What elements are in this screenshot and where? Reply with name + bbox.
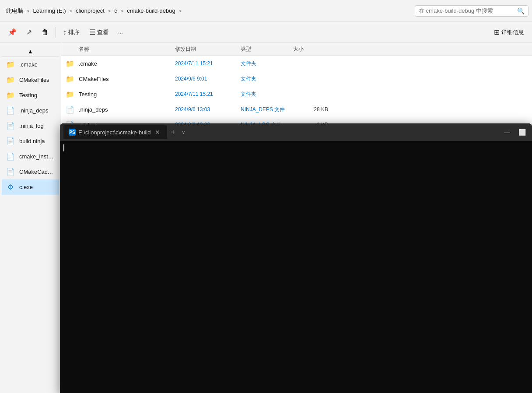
list-item[interactable]: ⚙ c.exe bbox=[2, 179, 59, 195]
sort-icon: ↕ bbox=[63, 28, 66, 36]
file-icon: 📄 bbox=[5, 120, 16, 131]
file-name: .ninja_deps bbox=[19, 107, 56, 114]
terminal-tab-icon: PS bbox=[69, 129, 76, 136]
file-type: 文件夹 bbox=[241, 60, 293, 67]
exe-icon: ⚙ bbox=[5, 182, 16, 192]
arrow-3: > bbox=[108, 8, 111, 14]
terminal-dropdown-button[interactable]: ∨ bbox=[179, 128, 188, 136]
terminal-restore-button[interactable]: ⬜ bbox=[515, 127, 528, 137]
terminal-window: PS E:\clionproject\c\cmake-build ✕ + ∨ —… bbox=[60, 123, 532, 393]
share-icon: ↗ bbox=[26, 28, 32, 36]
table-row[interactable]: 📁 Testing 2024/7/11 15:21 文件夹 bbox=[61, 87, 532, 102]
search-input[interactable] bbox=[419, 7, 514, 14]
file-size: 28 KB bbox=[293, 106, 328, 112]
column-headers: 名称 修改日期 类型 大小 bbox=[61, 43, 532, 56]
view-icon: ☰ bbox=[89, 28, 95, 36]
file-name: CMakeFiles bbox=[79, 76, 175, 82]
sort-button[interactable]: ↕ 排序 bbox=[59, 26, 84, 39]
file-date: 2024/9/6 9:01 bbox=[175, 76, 241, 82]
folder-icon: 📁 bbox=[65, 74, 75, 84]
file-name: .cmake bbox=[79, 60, 175, 67]
file-date: 2024/7/11 15:21 bbox=[175, 60, 241, 67]
list-item[interactable]: 📄 .ninja_log bbox=[2, 118, 59, 133]
pin-icon: 📌 bbox=[8, 28, 17, 36]
terminal-tab[interactable]: PS E:\clionproject\c\cmake-build ✕ bbox=[63, 125, 167, 139]
file-name: cmake_install... bbox=[19, 153, 56, 160]
terminal-cursor bbox=[63, 144, 64, 151]
file-name: .ninja_log bbox=[19, 123, 56, 129]
terminal-minimize-button[interactable]: — bbox=[500, 127, 514, 137]
arrow-1: > bbox=[27, 8, 29, 14]
list-item[interactable]: 📄 cmake_install... bbox=[2, 149, 59, 164]
left-nav-panel: ▲ 📁 .cmake 📁 CMakeFiles 📁 Testing 📄 .nin… bbox=[0, 43, 61, 393]
details-icon: ⊞ bbox=[494, 28, 500, 36]
breadcrumb-c[interactable]: c bbox=[112, 6, 120, 16]
column-date[interactable]: 修改日期 bbox=[175, 46, 241, 53]
address-bar: 此电脑 > Learning (E:) > clionproject > c >… bbox=[0, 0, 532, 22]
folder-icon: 📁 bbox=[65, 58, 75, 69]
list-item[interactable]: 📁 .cmake bbox=[2, 57, 59, 72]
terminal-tab-title: E:\clionproject\c\cmake-build bbox=[78, 129, 150, 136]
list-item[interactable]: 📁 CMakeFiles bbox=[2, 72, 59, 88]
folder-icon: 📁 bbox=[5, 59, 16, 70]
list-item[interactable]: 📄 .ninja_deps bbox=[2, 103, 59, 118]
pin-button[interactable]: 📌 bbox=[4, 25, 21, 39]
file-name: .ninja_deps bbox=[79, 106, 175, 113]
breadcrumb-learning[interactable]: Learning (E:) bbox=[30, 6, 68, 16]
file-icon: 📄 bbox=[65, 104, 75, 115]
column-size[interactable]: 大小 bbox=[293, 46, 328, 53]
table-row[interactable]: 📁 CMakeFiles 2024/9/6 9:01 文件夹 bbox=[61, 71, 532, 87]
search-box[interactable]: 🔍 bbox=[415, 5, 528, 17]
trash-icon: 🗑 bbox=[42, 28, 49, 36]
terminal-body[interactable] bbox=[60, 141, 532, 393]
toolbar: 📌 ↗ 🗑 ↕ 排序 ☰ 查看 ... ⊞ 详细信息 bbox=[0, 22, 532, 43]
details-button[interactable]: ⊞ 详细信息 bbox=[490, 25, 528, 39]
table-row[interactable]: 📄 .ninja_deps 2024/9/6 13:03 NINJA_DEPS … bbox=[61, 102, 532, 117]
breadcrumb-cmake-build-debug[interactable]: cmake-build-debug bbox=[124, 6, 178, 16]
file-type: NINJA_DEPS 文件 bbox=[241, 106, 293, 113]
arrow-2: > bbox=[70, 8, 72, 14]
folder-icon: 📁 bbox=[5, 90, 16, 100]
folder-icon: 📁 bbox=[65, 89, 75, 99]
column-type[interactable]: 类型 bbox=[241, 46, 293, 53]
delete-button[interactable]: 🗑 bbox=[37, 26, 53, 39]
arrow-5: > bbox=[179, 8, 182, 14]
list-item[interactable]: 📄 CMakeCache... bbox=[2, 164, 59, 179]
separator-1 bbox=[56, 27, 56, 38]
file-name: CMakeCache... bbox=[19, 168, 56, 175]
file-name: .cmake bbox=[19, 61, 56, 68]
file-type: 文件夹 bbox=[241, 75, 293, 83]
file-name: Testing bbox=[19, 92, 56, 98]
file-type: 文件夹 bbox=[241, 91, 293, 98]
list-item[interactable]: 📄 build.ninja bbox=[2, 133, 59, 149]
more-button[interactable]: ... bbox=[114, 26, 127, 38]
file-icon: 📄 bbox=[5, 105, 16, 116]
view-button[interactable]: ☰ 查看 bbox=[85, 25, 113, 39]
file-name: c.exe bbox=[19, 184, 56, 190]
search-icon[interactable]: 🔍 bbox=[517, 7, 525, 14]
file-icon: 📄 bbox=[5, 151, 16, 161]
file-name: Testing bbox=[79, 91, 175, 98]
folder-icon: 📁 bbox=[5, 74, 16, 85]
scroll-up-indicator[interactable]: ▲ bbox=[2, 46, 59, 57]
share-button[interactable]: ↗ bbox=[22, 25, 36, 39]
toolbar-right: ⊞ 详细信息 bbox=[490, 25, 528, 39]
breadcrumb-clionproject[interactable]: clionproject bbox=[73, 6, 107, 16]
terminal-close-tab-button[interactable]: ✕ bbox=[153, 128, 162, 137]
table-row[interactable]: 📁 .cmake 2024/7/11 15:21 文件夹 bbox=[61, 56, 532, 71]
file-icon: 📄 bbox=[5, 166, 16, 177]
arrow-4: > bbox=[121, 8, 123, 14]
terminal-add-tab-button[interactable]: + bbox=[167, 127, 179, 138]
breadcrumb-this-pc[interactable]: 此电脑 bbox=[4, 5, 26, 17]
file-icon: 📄 bbox=[5, 136, 16, 146]
list-item[interactable]: 📁 Testing bbox=[2, 88, 59, 103]
file-name: CMakeFiles bbox=[19, 77, 56, 83]
column-name[interactable]: 名称 bbox=[79, 46, 175, 53]
file-name: build.ninja bbox=[19, 138, 56, 144]
file-date: 2024/9/6 13:03 bbox=[175, 106, 241, 112]
terminal-window-controls: — ⬜ bbox=[500, 127, 528, 137]
file-date: 2024/7/11 15:21 bbox=[175, 91, 241, 97]
terminal-titlebar: PS E:\clionproject\c\cmake-build ✕ + ∨ —… bbox=[60, 123, 532, 141]
